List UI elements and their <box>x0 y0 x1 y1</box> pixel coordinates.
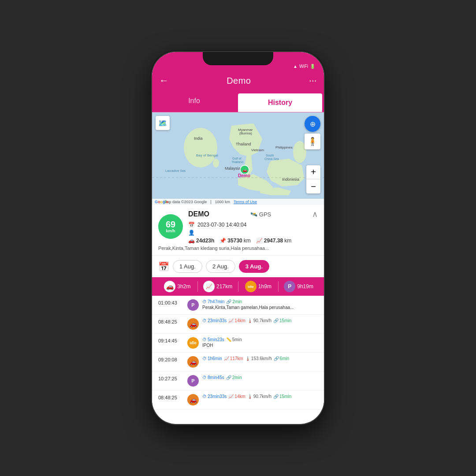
trip-entry-5[interactable]: 10:27:25 P ⏱ 8min45s 🔗 2min <box>152 372 324 390</box>
trip-entry-1[interactable]: 01:00:43 P ⏱ 7h47min 🔗 2min Perak,Kinta,… <box>152 296 324 315</box>
trip-info-6: ⏱ 23min33s 📈 14km 🌡️ 90.7km/h 🔗 15min <box>202 394 318 400</box>
phone-frame: ▲ WiFi 🔋 ← Demo ··· Info History <box>152 52 324 424</box>
stat-duration: 🚗 24d23h <box>188 238 214 244</box>
trip-time-4: 09:20:08 <box>158 356 184 362</box>
svg-text:(Burma): (Burma) <box>239 131 252 135</box>
odometer-value: 35730 <box>227 238 242 244</box>
gps-badge: 🛰️ GPS <box>250 211 271 218</box>
speed-indicator: 69 km/h <box>158 214 183 239</box>
vehicle-address: Perak,Kinta,Taman kledang suria,Hala per… <box>158 245 318 251</box>
page-title: Demo <box>227 76 251 86</box>
trip-address-1: Perak,Kinta,Taman gamelan,Hala perusahaa… <box>202 305 308 310</box>
person-row: 👤 <box>188 230 318 236</box>
vehicle-name-row: DEMO 🛰️ GPS ∧ <box>188 209 318 219</box>
trip-time-6: 08:48:25 <box>158 394 184 400</box>
tab-bar: Info History <box>152 92 324 112</box>
google-logo: Google <box>155 200 168 204</box>
map-container[interactable]: India Myanmar (Burma) Thailand Bay of Be… <box>152 112 324 205</box>
svg-point-8 <box>213 159 219 167</box>
stat-trip: 📈 2947.38 km <box>256 238 291 244</box>
trip-time-3: 09:14:45 <box>158 337 184 343</box>
map-layers-button[interactable]: 🗺️ <box>156 116 170 130</box>
svg-point-1 <box>184 128 217 167</box>
svg-text:Philippines: Philippines <box>275 145 293 149</box>
trip-badge-4: 🚗 <box>187 356 199 368</box>
summary-park: P 9h19m <box>279 281 318 292</box>
date-chip-2aug[interactable]: 2 Aug. <box>206 260 235 273</box>
calendar-icon: 📅 <box>158 261 169 272</box>
speed-value: 69 <box>166 220 175 229</box>
trip-address-3: IPOH <box>202 343 308 348</box>
trip-stats-row-1: ⏱ 7h47min 🔗 2min <box>202 299 318 304</box>
trip-stats-row-5: ⏱ 8min45s 🔗 2min <box>202 375 318 380</box>
svg-text:China Sea: China Sea <box>264 157 279 160</box>
more-button[interactable]: ··· <box>309 75 317 86</box>
trip-entry-3[interactable]: 09:14:45 Idle ⏱ 5min23s 📏 5min IPOH <box>152 334 324 353</box>
trip-badge-5: P <box>187 375 199 387</box>
map-terms[interactable]: Terms of Use <box>234 200 257 204</box>
trip-entry-2[interactable]: 08:48:25 🚗 ⏱ 23min33s 📈 14km 🌡️ 90.7km/h… <box>152 315 324 334</box>
date-chip-3aug[interactable]: 3 Aug. <box>239 260 269 273</box>
trip-info-4: ⏱ 1h6min 📈 117km 🌡️ 153.6km/h 🔗 6min <box>202 356 318 362</box>
zoom-in-button[interactable]: + <box>306 165 320 179</box>
tab-history[interactable]: History <box>238 93 322 112</box>
trip-badge-6: 🚗 <box>187 394 199 405</box>
summary-divider-2 <box>238 281 238 292</box>
svg-text:India: India <box>194 136 203 141</box>
svg-text:Thailand: Thailand <box>231 160 243 164</box>
distance-icon-circle: 📈 <box>203 281 215 292</box>
trip-info-3: ⏱ 5min23s 📏 5min IPOH <box>202 337 318 348</box>
summary-distance: 📈 217km <box>199 281 237 292</box>
recenter-button[interactable]: ⊕ <box>305 116 320 132</box>
back-button[interactable]: ← <box>159 75 169 86</box>
svg-text:Thailand: Thailand <box>236 142 251 146</box>
trip-entry-4[interactable]: 09:20:08 🚗 ⏱ 1h6min 📈 117km 🌡️ 153.6km/h… <box>152 353 324 372</box>
svg-text:Demo: Demo <box>238 173 250 178</box>
trip-distance: 2947.38 <box>264 238 283 244</box>
drive-icon-circle: 🚗 <box>164 281 175 292</box>
date-chip-1aug[interactable]: 1 Aug. <box>173 260 202 273</box>
svg-text:🚗: 🚗 <box>242 167 248 173</box>
idle-icon-circle: idle <box>245 281 257 292</box>
trip-stats: 🚗 24d23h 📌 35730 km 📈 2947.38 km <box>188 238 318 244</box>
map-data-text: Map data ©2023 Google <box>164 200 207 204</box>
user-location-button[interactable]: 🧍 <box>305 134 320 149</box>
trip-list: 01:00:43 P ⏱ 7h47min 🔗 2min Perak,Kinta,… <box>152 296 324 409</box>
summary-drive: 🚗 3h2m <box>158 281 197 292</box>
svg-text:Vietnam: Vietnam <box>251 148 264 152</box>
trip-badge-2: 🚗 <box>187 318 199 330</box>
trip-time-2: 08:48:25 <box>158 318 184 324</box>
trip-badge-3: Idle <box>187 337 199 349</box>
trip-stats-row-2: ⏱ 23min33s 📈 14km 🌡️ 90.7km/h 🔗 15min <box>202 318 318 323</box>
notch <box>203 52 273 65</box>
summary-idle: idle 1h9m <box>239 281 278 292</box>
svg-text:Bay of Bengal: Bay of Bengal <box>196 153 218 157</box>
summary-drive-time: 3h2m <box>177 283 190 290</box>
svg-text:Gulf of: Gulf of <box>232 157 242 160</box>
trip-time-5: 10:27:25 <box>158 375 184 381</box>
phone-screen: ▲ WiFi 🔋 ← Demo ··· Info History <box>152 52 324 424</box>
map-scale-label: 1000 km <box>215 200 231 204</box>
trip-stats-row-4: ⏱ 1h6min 📈 117km 🌡️ 153.6km/h 🔗 6min <box>202 356 318 361</box>
trip-entry-6[interactable]: 08:48:25 🚗 ⏱ 23min33s 📈 14km 🌡️ 90.7km/h… <box>152 390 324 409</box>
vehicle-name: DEMO <box>188 210 209 218</box>
datetime-row: 📅 2023-07-30 14:40:04 <box>188 222 318 228</box>
summary-bar: 🚗 3h2m 📈 217km idle 1h9m P <box>152 277 324 296</box>
collapse-button[interactable]: ∧ <box>312 209 318 219</box>
summary-idle-time: 1h9m <box>258 283 271 290</box>
zoom-out-button[interactable]: − <box>306 179 320 193</box>
park-icon-circle: P <box>284 281 295 292</box>
svg-text:Laccadive Sea: Laccadive Sea <box>165 169 186 172</box>
tab-info[interactable]: Info <box>152 92 236 112</box>
gps-label: GPS <box>259 211 271 218</box>
trip-info-5: ⏱ 8min45s 🔗 2min <box>202 375 318 381</box>
trip-stats-row-6: ⏱ 23min33s 📈 14km 🌡️ 90.7km/h 🔗 15min <box>202 394 318 399</box>
status-icons: ▲ WiFi 🔋 <box>293 64 315 69</box>
info-main-row: 69 km/h DEMO 🛰️ GPS ∧ 📅 2023-07-30 <box>158 209 318 244</box>
map-scale: | <box>210 200 211 204</box>
duration-value: 24d23h <box>196 238 214 244</box>
trip-stats-row-3: ⏱ 5min23s 📏 5min <box>202 337 318 342</box>
map-svg: India Myanmar (Burma) Thailand Bay of Be… <box>152 112 324 205</box>
summary-park-time: 9h19m <box>297 283 313 290</box>
summary-distance-value: 217km <box>216 283 232 290</box>
